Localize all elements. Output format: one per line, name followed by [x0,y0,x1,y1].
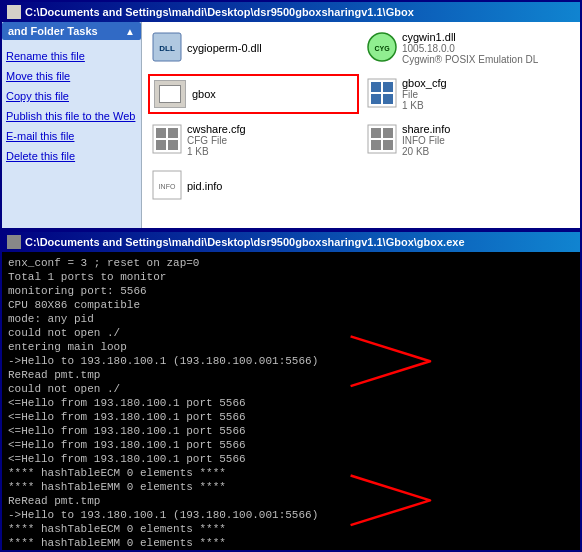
terminal-line-19: **** hashTableECM 0 elements **** [8,522,574,536]
explorer-titlebar: C:\Documents and Settings\mahdi\Desktop\… [2,2,580,22]
file-cwshare-info: cwshare.cfg CFG File 1 KB [187,123,246,157]
explorer-content: and Folder Tasks ▲ Rename this file Move… [2,22,580,228]
terminal-window: C:\Documents and Settings\mahdi\Desktop\… [0,230,582,552]
file-cwshare-type: CFG File [187,135,246,146]
terminal-window-icon [7,235,21,249]
gbox-folder-icon [154,80,186,108]
share-info-icon [366,123,398,155]
terminal-line-6: entering main loop [8,340,574,354]
terminal-line-16: **** hashTableEMM 0 elements **** [8,480,574,494]
terminal-line-11: <=Hello from 193.180.100.1 port 5566 [8,410,574,424]
sidebar-link-move[interactable]: Move this file [6,70,141,82]
file-share-info-details: share.info INFO File 20 KB [402,123,450,157]
files-row-2: gbox gbox_cfg F [148,74,574,114]
cwshare-icon [151,123,183,155]
svg-rect-5 [371,82,381,92]
svg-text:DLL: DLL [159,44,175,53]
terminal-line-7: ->Hello to 193.180.100.1 (193.180.100.00… [8,354,574,368]
file-cwshare[interactable]: cwshare.cfg CFG File 1 KB [148,120,359,160]
file-gbox-cfg-type: File [402,89,447,100]
terminal-titlebar: C:\Documents and Settings\mahdi\Desktop\… [2,232,580,252]
svg-rect-17 [371,140,381,150]
terminal-line-17: ReRead pmt.tmp [8,494,574,508]
svg-rect-6 [383,82,393,92]
terminal-line-3: CPU 80X86 compatible [8,298,574,312]
svg-rect-16 [383,128,393,138]
gbox-cfg-icon [366,77,398,109]
terminal-line-1: Total 1 ports to monitor [8,270,574,284]
file-gbox-cfg-name: gbox_cfg [402,77,447,89]
file-gbox-cfg-size: 1 KB [402,100,447,111]
terminal-line-0: enx_conf = 3 ; reset on zap=0 [8,256,574,270]
terminal-line-10: <=Hello from 193.180.100.1 port 5566 [8,396,574,410]
sidebar: and Folder Tasks ▲ Rename this file Move… [2,22,142,228]
sidebar-link-email[interactable]: E-mail this file [6,130,141,142]
file-gbox-cfg-info: gbox_cfg File 1 KB [402,77,447,111]
terminal-line-9: could not open ./ [8,382,574,396]
sidebar-section-label: and Folder Tasks [8,25,98,37]
file-cwshare-name: cwshare.cfg [187,123,246,135]
files-row-1: DLL cygioperm-0.dll CYG [148,28,574,68]
terminal-line-13: <=Hello from 193.180.100.1 port 5566 [8,438,574,452]
file-share-info[interactable]: share.info INFO File 20 KB [363,120,574,160]
terminal-line-2: monitoring port: 5566 [8,284,574,298]
file-share-info-name: share.info [402,123,450,135]
file-cygwin-meta: 1005.18.0.0 [402,43,538,54]
terminal-line-20: **** hashTableEMM 0 elements **** [8,536,574,550]
svg-rect-10 [156,128,166,138]
terminal-line-15: **** hashTableECM 0 elements **** [8,466,574,480]
file-cygwin-name: cygwin1.dll [402,31,538,43]
files-row-4: INFO pid.info [148,166,574,206]
svg-rect-11 [168,128,178,138]
file-cygioperm-info: cygioperm-0.dll [187,42,262,54]
terminal-line-8: ReRead pmt.tmp [8,368,574,382]
file-share-info-type: INFO File [402,135,450,146]
file-cygwin[interactable]: CYG cygwin1.dll 1005.18.0.0 Cygwin® POSI… [363,28,574,68]
terminal-content[interactable]: enx_conf = 3 ; reset on zap=0 Total 1 po… [2,252,580,550]
pid-icon: INFO [151,169,183,201]
terminal-title: C:\Documents and Settings\mahdi\Desktop\… [25,236,465,248]
sidebar-link-rename[interactable]: Rename this file [6,50,141,62]
sidebar-link-publish[interactable]: Publish this file to the Web [6,110,141,122]
svg-rect-13 [168,140,178,150]
terminal-line-5: could not open ./ [8,326,574,340]
svg-rect-8 [383,94,393,104]
sidebar-link-copy[interactable]: Copy this file [6,90,141,102]
explorer-title: C:\Documents and Settings\mahdi\Desktop\… [25,6,414,18]
cygwin-icon: CYG [366,31,398,63]
svg-rect-12 [156,140,166,150]
sidebar-link-delete[interactable]: Delete this file [6,150,141,162]
file-cygwin-desc: Cygwin® POSIX Emulation DL [402,54,538,65]
svg-rect-7 [371,94,381,104]
file-cwshare-size: 1 KB [187,146,246,157]
file-share-info-size: 20 KB [402,146,450,157]
sidebar-arrow-icon[interactable]: ▲ [125,26,135,37]
file-pid[interactable]: INFO pid.info [148,166,323,206]
svg-rect-15 [371,128,381,138]
file-area: DLL cygioperm-0.dll CYG [142,22,580,228]
explorer-window-icon [7,5,21,19]
dll-icon: DLL [151,31,183,63]
svg-rect-18 [383,140,393,150]
files-row-3: cwshare.cfg CFG File 1 KB [148,120,574,160]
sidebar-section-header: and Folder Tasks ▲ [2,22,141,40]
file-gbox-name: gbox [192,88,216,100]
terminal-line-12: <=Hello from 193.180.100.1 port 5566 [8,424,574,438]
file-cygioperm-name: cygioperm-0.dll [187,42,262,54]
file-pid-name: pid.info [187,180,222,192]
file-cygwin-info: cygwin1.dll 1005.18.0.0 Cygwin® POSIX Em… [402,31,538,65]
file-gbox-cfg[interactable]: gbox_cfg File 1 KB [363,74,574,114]
terminal-line-14: <=Hello from 193.180.100.1 port 5566 [8,452,574,466]
file-gbox[interactable]: gbox [148,74,359,114]
file-cygioperm[interactable]: DLL cygioperm-0.dll [148,28,359,68]
terminal-line-18: ->Hello to 193.180.100.1 (193.180.100.00… [8,508,574,522]
terminal-line-4: mode: any pid [8,312,574,326]
svg-text:CYG: CYG [374,45,390,52]
svg-text:INFO: INFO [159,183,176,190]
explorer-window: C:\Documents and Settings\mahdi\Desktop\… [0,0,582,230]
